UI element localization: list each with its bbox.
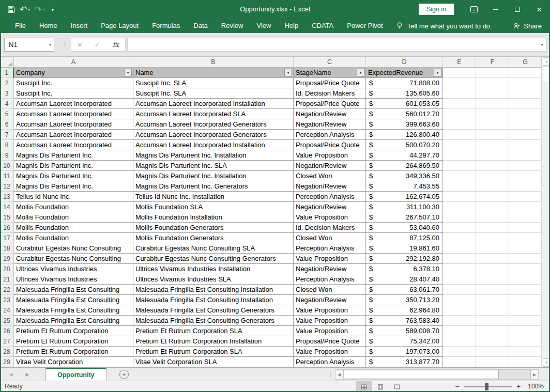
cell-E19[interactable] <box>443 254 476 264</box>
cell-E28[interactable] <box>443 347 476 357</box>
cell-F8[interactable] <box>476 140 509 150</box>
cell-D23[interactable]: $350,713.20 <box>366 295 443 305</box>
ribbon-tab-power-pivot[interactable]: Power Pivot <box>340 19 389 33</box>
minimize-button[interactable] <box>485 0 507 19</box>
sign-in-button[interactable]: Sign in <box>419 4 454 15</box>
cell-G2[interactable] <box>509 78 542 88</box>
cell-A8[interactable]: Accumsan Laoreet Incorporated <box>14 140 133 150</box>
filter-button-stagename[interactable]: ▾ <box>357 69 364 76</box>
cell-F14[interactable] <box>476 202 509 212</box>
cell-D2[interactable]: $71,808.00 <box>366 78 443 88</box>
ribbon-tab-formulas[interactable]: Formulas <box>145 19 187 33</box>
cell-A16[interactable]: Mollis Foundation <box>14 223 133 233</box>
enter-button[interactable]: ✓ <box>95 41 100 49</box>
row-header-10[interactable]: 10 <box>0 161 14 171</box>
cell-A25[interactable]: Malesuada Fringilla Est Consulting <box>14 316 133 326</box>
cell-F17[interactable] <box>476 233 509 243</box>
cell-E8[interactable] <box>443 140 476 150</box>
cell-B26[interactable]: Pretium Et Rutrum Corporation SLA <box>133 326 294 336</box>
cell-G27[interactable] <box>509 336 542 347</box>
name-box-dropdown-icon[interactable]: ▾ <box>49 42 51 47</box>
cell-G15[interactable] <box>509 212 542 223</box>
cell-D28[interactable]: $197,073.00 <box>366 347 443 357</box>
cell-C24[interactable]: Value Proposition <box>294 305 366 316</box>
row-header-2[interactable]: 2 <box>0 78 14 88</box>
cell-A2[interactable]: Suscipit Inc. <box>14 78 133 88</box>
cell-F7[interactable] <box>476 130 509 140</box>
cell-F10[interactable] <box>476 161 509 171</box>
cell-B16[interactable]: Mollis Foundation Generators <box>133 223 294 233</box>
cell-D8[interactable]: $500,070.20 <box>366 140 443 150</box>
cell-D22[interactable]: $63,061.70 <box>366 285 443 295</box>
col-header-C[interactable]: C <box>294 57 366 68</box>
cell-D13[interactable]: $162,674.05 <box>366 192 443 202</box>
cell-B14[interactable]: Mollis Foundation SLA <box>133 202 294 212</box>
cell-G7[interactable] <box>509 130 542 140</box>
cell-G4[interactable] <box>509 99 542 109</box>
cell-E9[interactable] <box>443 150 476 161</box>
ribbon-tab-view[interactable]: View <box>250 19 278 33</box>
cell-A19[interactable]: Curabitur Egestas Nunc Consulting <box>14 254 133 264</box>
cell-E10[interactable] <box>443 161 476 171</box>
cell-D7[interactable]: $126,800.40 <box>366 130 443 140</box>
select-all-button[interactable] <box>0 57 14 68</box>
cell-D17[interactable]: $87,125.00 <box>366 233 443 243</box>
cell-G25[interactable] <box>509 316 542 326</box>
cell-A6[interactable]: Accumsan Laoreet Incorporated <box>14 119 133 130</box>
cell-F29[interactable] <box>476 357 509 367</box>
cell-E21[interactable] <box>443 274 476 285</box>
cell-A22[interactable]: Malesuada Fringilla Est Consulting <box>14 285 133 295</box>
row-header-26[interactable]: 26 <box>0 326 14 336</box>
cell-D18[interactable]: $19,861.60 <box>366 243 443 254</box>
col-header-B[interactable]: B <box>133 57 294 68</box>
cell-D19[interactable]: $292,192.80 <box>366 254 443 264</box>
cell-C9[interactable]: Value Proposition <box>294 150 366 161</box>
row-header-22[interactable]: 22 <box>0 285 14 295</box>
cell-F6[interactable] <box>476 119 509 130</box>
cell-G18[interactable] <box>509 243 542 254</box>
cell-C20[interactable]: Negation/Review <box>294 264 366 274</box>
cell-C22[interactable]: Closed Won <box>294 285 366 295</box>
sheet-nav-left-icon[interactable]: ◀ <box>4 368 18 381</box>
cell-G16[interactable] <box>509 223 542 233</box>
cell-B4[interactable]: Accumsan Laoreet Incorporated Installati… <box>133 99 294 109</box>
cell-C11[interactable]: Closed Won <box>294 171 366 181</box>
row-header-21[interactable]: 21 <box>0 274 14 285</box>
row-header-18[interactable]: 18 <box>0 243 14 254</box>
cell-G5[interactable] <box>509 109 542 119</box>
cell-B6[interactable]: Accumsan Laoreet Incorporated Generators <box>133 119 294 130</box>
cell-E26[interactable] <box>443 326 476 336</box>
cell-D9[interactable]: $44,297.70 <box>366 150 443 161</box>
header-cell-company[interactable]: Company▾ <box>14 68 133 78</box>
cell-C15[interactable]: Value Proposition <box>294 212 366 223</box>
ribbon-tab-cdata[interactable]: CDATA <box>305 19 340 33</box>
cell-B15[interactable]: Mollis Foundation Installation <box>133 212 294 223</box>
cell-D4[interactable]: $601,053.05 <box>366 99 443 109</box>
cell-F15[interactable] <box>476 212 509 223</box>
cell-G29[interactable] <box>509 357 542 367</box>
header-cell-expectedrevenue[interactable]: ExpectedRevenue▾ <box>366 68 443 78</box>
cell-C25[interactable]: Value Proposition <box>294 316 366 326</box>
cell-B23[interactable]: Malesuada Fringilla Est Consulting Insta… <box>133 295 294 305</box>
cell-D29[interactable]: $313,877.70 <box>366 357 443 367</box>
cell-B2[interactable]: Suscipit Inc. SLA <box>133 78 294 88</box>
row-header-20[interactable]: 20 <box>0 264 14 274</box>
sheet-tab-opportunity[interactable]: Opportunity <box>45 368 106 381</box>
cell-G22[interactable] <box>509 285 542 295</box>
cell-D20[interactable]: $6,378.10 <box>366 264 443 274</box>
cell-E11[interactable] <box>443 171 476 181</box>
cell-D3[interactable]: $135,605.60 <box>366 88 443 99</box>
cell-B25[interactable]: Malesuada Fringilla Est Consulting Gener… <box>133 316 294 326</box>
tell-me-tab[interactable]: Tell me what you want to do <box>390 19 496 33</box>
scroll-left-icon[interactable]: ◀ <box>335 369 343 380</box>
cell-C19[interactable]: Value Proposition <box>294 254 366 264</box>
cancel-button[interactable]: × <box>78 40 82 49</box>
formula-bar-expand-icon[interactable]: ▾ <box>538 38 547 52</box>
cell-A20[interactable]: Ultrices Vivamus Industries <box>14 264 133 274</box>
cell-E16[interactable] <box>443 223 476 233</box>
cell-C6[interactable]: Negation/Review <box>294 119 366 130</box>
row-header-14[interactable]: 14 <box>0 202 14 212</box>
cell-G19[interactable] <box>509 254 542 264</box>
horizontal-scrollbar-thumb[interactable] <box>344 370 499 379</box>
cell-C16[interactable]: Id. Decision Makers <box>294 223 366 233</box>
